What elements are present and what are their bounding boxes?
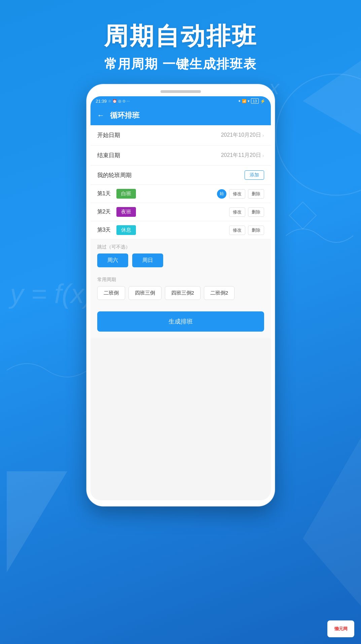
svg-marker-6 — [303, 438, 361, 606]
common-periods-label: 常用周期 — [97, 277, 264, 283]
svg-marker-5 — [289, 202, 316, 229]
svg-point-4 — [276, 74, 361, 195]
chevron-right-icon: › — [262, 133, 264, 138]
status-battery: 13 — [251, 98, 258, 104]
shift-actions-1: 始修改删除 — [217, 189, 264, 199]
app-title: 循环排班 — [110, 110, 140, 121]
status-time: 21:39 — [96, 99, 107, 104]
end-date-value: 2021年11月20日 › — [221, 152, 264, 159]
svg-text:y = f(x): y = f(x) — [8, 279, 93, 309]
shift-tag-1: 白班 — [116, 189, 136, 199]
skip-button-1[interactable]: 周六 — [97, 253, 128, 267]
edit-shift-button-2[interactable]: 修改 — [229, 207, 245, 217]
delete-shift-button-1[interactable]: 删除 — [248, 189, 264, 199]
chevron-right-icon-2: › — [262, 153, 264, 158]
phone-mockup: 21:39 ☆ ⏰ ◎ ⊙ ··· ✦ 📶 ▾ 13 ⚡ ← 循环排班 开始日期… — [86, 84, 275, 506]
skip-label: 跳过（可不选） — [97, 244, 264, 250]
status-signal: ✦ 📶 ▾ — [238, 99, 250, 103]
skip-button-2[interactable]: 周日 — [132, 253, 163, 267]
status-right: ✦ 📶 ▾ 13 ⚡ — [238, 98, 265, 104]
status-icons: ☆ ⏰ ◎ ⊙ ··· — [108, 99, 130, 103]
shift-actions-3: 修改删除 — [229, 226, 264, 235]
generate-section: 生成排班 — [91, 305, 271, 338]
end-date-row[interactable]: 结束日期 2021年11月20日 › — [91, 145, 271, 166]
my-shifts-label: 我的轮班周期 — [97, 171, 132, 179]
delete-shift-button-3[interactable]: 删除 — [248, 226, 264, 235]
skip-section: 跳过（可不选） 周六周日 — [91, 239, 271, 272]
hero-subtitle: 常用周期 一键生成排班表 — [0, 56, 361, 73]
status-left: 21:39 ☆ ⏰ ◎ ⊙ ··· — [96, 99, 130, 104]
shifts-list: 第1天白班始修改删除第2天夜班修改删除第3天休息修改删除 — [91, 185, 271, 239]
common-period-button-2[interactable]: 四班三倒 — [129, 286, 161, 300]
shift-row-3: 第3天休息修改删除 — [91, 221, 271, 239]
app-header: ← 循环排班 — [91, 106, 271, 125]
shift-day-3: 第3天 — [97, 227, 112, 234]
end-date-label: 结束日期 — [97, 151, 120, 159]
shift-day-2: 第2天 — [97, 208, 112, 215]
phone-screen: 21:39 ☆ ⏰ ◎ ⊙ ··· ✦ 📶 ▾ 13 ⚡ ← 循环排班 开始日期… — [91, 96, 271, 500]
common-period-button-4[interactable]: 二班倒2 — [204, 286, 234, 300]
common-periods-section: 常用周期 二班倒四班三倒四班三倒2二班倒2 — [91, 272, 271, 305]
back-button[interactable]: ← — [97, 111, 105, 120]
shift-day-1: 第1天 — [97, 190, 112, 197]
generate-button[interactable]: 生成排班 — [97, 311, 264, 332]
status-bar: 21:39 ☆ ⏰ ◎ ⊙ ··· ✦ 📶 ▾ 13 ⚡ — [91, 96, 271, 106]
start-badge: 始 — [217, 189, 226, 199]
add-shift-button[interactable]: 添加 — [245, 170, 264, 180]
start-date-label: 开始日期 — [97, 131, 120, 139]
shift-tag-2: 夜班 — [116, 207, 136, 217]
svg-marker-2 — [7, 471, 67, 572]
shift-actions-2: 修改删除 — [229, 207, 264, 217]
start-date-row[interactable]: 开始日期 2021年10月20日 › — [91, 125, 271, 145]
my-shifts-header: 我的轮班周期 添加 — [91, 166, 271, 185]
common-period-buttons: 二班倒四班三倒四班三倒2二班倒2 — [97, 286, 264, 300]
skip-buttons: 周六周日 — [97, 253, 264, 267]
hero-title: 周期自动排班 — [0, 20, 361, 53]
edit-shift-button-1[interactable]: 修改 — [229, 189, 245, 199]
phone-notch — [160, 90, 201, 93]
status-charge: ⚡ — [260, 99, 265, 104]
start-date-value: 2021年10月20日 › — [221, 132, 264, 139]
common-period-button-3[interactable]: 四班三倒2 — [165, 286, 201, 300]
edit-shift-button-3[interactable]: 修改 — [229, 226, 245, 235]
shift-row-1: 第1天白班始修改删除 — [91, 185, 271, 203]
common-period-button-1[interactable]: 二班倒 — [97, 286, 125, 300]
delete-shift-button-2[interactable]: 删除 — [248, 207, 264, 217]
shift-row-2: 第2天夜班修改删除 — [91, 203, 271, 221]
shift-tag-3: 休息 — [116, 225, 136, 235]
watermark: 懒元网 — [327, 620, 354, 637]
